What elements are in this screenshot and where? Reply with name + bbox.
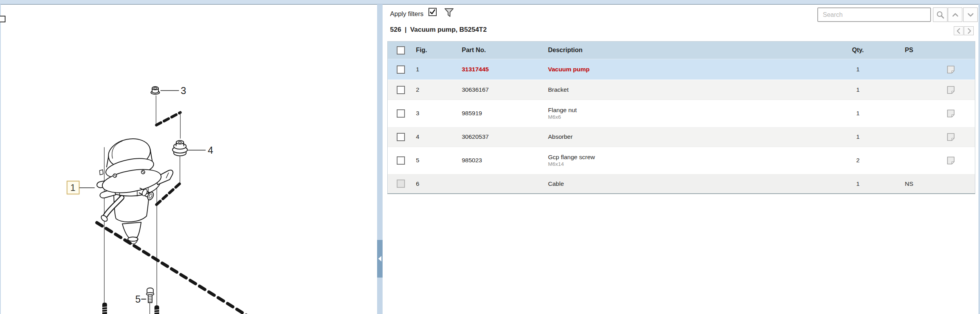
apply-filters-checkbox[interactable] [428, 8, 437, 16]
parts-list-panel: Apply filters 526|Vacuum pump, B5254T2 [383, 4, 978, 314]
col-header-part-no: Part No. [462, 47, 548, 54]
callout-label-3[interactable]: 3 [181, 85, 186, 96]
dashed-leader-4-pump [156, 184, 180, 205]
breadcrumb-separator: | [405, 26, 407, 33]
table-row[interactable]: 4 30620537 Absorber 1 [388, 127, 975, 147]
note-icon[interactable] [946, 132, 955, 142]
select-all-checkbox[interactable] [397, 46, 405, 54]
row-checkbox[interactable] [397, 86, 405, 94]
left-arrow-icon [378, 256, 381, 261]
page-prev-button[interactable] [954, 26, 964, 35]
chevron-left-icon [956, 28, 962, 34]
section-title: Vacuum pump, B5254T2 [410, 26, 487, 33]
fig-cell: 5 [416, 157, 462, 164]
page-next-button[interactable] [964, 26, 974, 35]
chevron-up-icon [951, 11, 960, 19]
apply-filters-label: Apply filters [390, 10, 423, 18]
vacuum-pump-drawing [97, 135, 173, 244]
part-no-cell[interactable]: 30636167 [462, 86, 548, 93]
cutoff-ui-element [0, 16, 5, 22]
dashed-leader-3-4 [156, 113, 180, 125]
panel-divider [377, 4, 383, 314]
description-cell: Bracket [548, 86, 830, 93]
exploded-view-diagram: 1 3 4 5 [1, 5, 377, 314]
row-checkbox-disabled [397, 180, 405, 188]
chevron-down-icon [966, 11, 975, 19]
flange-screw-drawing [147, 288, 154, 303]
stud-drawing-left [102, 303, 107, 314]
search-button[interactable] [933, 7, 947, 22]
stud-drawing-right [154, 305, 159, 314]
row-checkbox[interactable] [397, 156, 405, 165]
callout-label-4[interactable]: 4 [208, 145, 213, 156]
note-icon[interactable] [946, 156, 955, 165]
note-icon[interactable] [946, 65, 955, 74]
part-no-cell[interactable]: 30620537 [462, 133, 548, 140]
description-cell: Vacuum pump [548, 65, 830, 73]
qty-cell: 1 [830, 110, 886, 117]
note-icon[interactable] [946, 109, 955, 118]
parts-catalog-app: { "toolbar": { "apply_filters_label": "A… [0, 0, 980, 314]
col-header-fig: Fig. [416, 47, 462, 54]
callout-label-1[interactable]: 1 [70, 182, 75, 193]
fig-cell: 6 [416, 180, 462, 187]
note-icon[interactable] [946, 85, 955, 94]
diagram-panel: 1 3 4 5 [1, 4, 377, 314]
parts-table: Fig. Part No. Description Qty. PS 1 3131… [387, 41, 975, 194]
magnifier-icon [936, 10, 945, 20]
table-row[interactable]: 5 985023 Gcp flange screw M6x14 2 [388, 147, 975, 174]
fig-cell: 3 [416, 110, 462, 117]
absorber-drawing [172, 141, 187, 156]
section-code: 526 [390, 26, 401, 33]
table-row[interactable]: 2 30636167 Bracket 1 [388, 80, 975, 100]
chevron-right-icon [966, 28, 972, 34]
fig-cell: 4 [416, 133, 462, 140]
row-checkbox[interactable] [397, 109, 405, 118]
qty-cell: 1 [830, 86, 886, 93]
part-no-cell[interactable]: 31317445 [462, 66, 548, 73]
col-header-qty: Qty. [830, 47, 886, 54]
col-header-description: Description [548, 47, 830, 54]
search-next-button[interactable] [963, 7, 978, 22]
description-cell: Absorber [548, 133, 830, 140]
window-top-strip [0, 0, 980, 4]
callout-label-5[interactable]: 5 [135, 294, 141, 305]
qty-cell: 1 [830, 133, 886, 140]
row-checkbox[interactable] [397, 65, 405, 74]
search-prev-button[interactable] [948, 7, 962, 22]
table-row[interactable]: 1 31317445 Vacuum pump 1 [388, 59, 975, 80]
table-row: 6 Cable 1 NS [388, 174, 975, 193]
funnel-icon[interactable] [444, 7, 454, 19]
row-checkbox[interactable] [397, 133, 405, 141]
fig-cell: 2 [416, 86, 462, 93]
breadcrumb: 526|Vacuum pump, B5254T2 [390, 26, 487, 34]
fig-cell: 1 [416, 66, 462, 73]
qty-cell: 1 [830, 180, 886, 187]
part-no-cell[interactable]: 985919 [462, 110, 548, 117]
dashed-leader-long [97, 223, 254, 314]
part-no-cell[interactable]: 985023 [462, 157, 548, 164]
collapse-panel-handle[interactable] [377, 240, 383, 278]
search-input[interactable] [817, 7, 931, 22]
table-header-row: Fig. Part No. Description Qty. PS [388, 42, 975, 59]
col-header-ps: PS [886, 47, 933, 54]
qty-cell: 2 [830, 157, 886, 164]
description-cell: Cable [548, 180, 830, 187]
flange-nut-drawing [151, 87, 160, 94]
description-cell: Flange nut [548, 106, 830, 114]
ps-cell: NS [886, 180, 933, 187]
description-spec: M6x6 [548, 114, 830, 121]
qty-cell: 1 [830, 66, 886, 73]
table-row[interactable]: 3 985919 Flange nut M6x6 1 [388, 100, 975, 127]
description-spec: M6x14 [548, 161, 830, 168]
description-cell: Gcp flange screw [548, 153, 830, 161]
checkmark-icon [429, 9, 436, 15]
